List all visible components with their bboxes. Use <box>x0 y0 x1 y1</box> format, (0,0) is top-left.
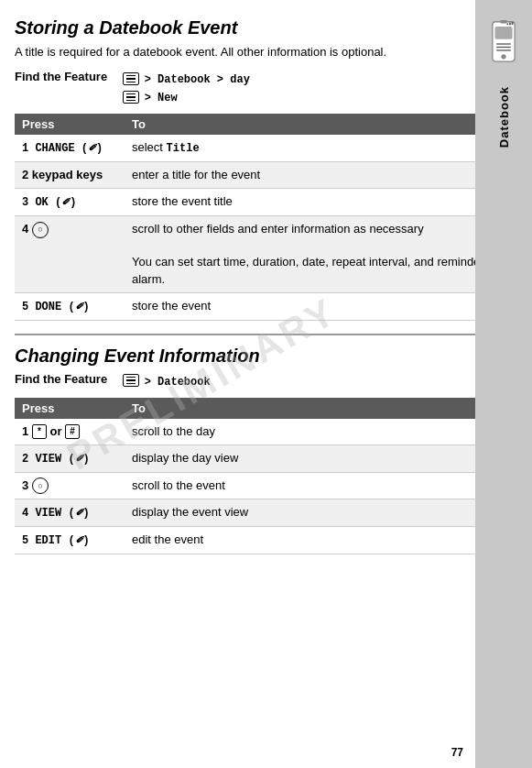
to-cell: scroll to other fields and enter informa… <box>125 215 517 292</box>
find-feature-path-2: > Datebook <box>123 372 211 390</box>
table-row: 3 ○ scroll to the event <box>15 472 517 499</box>
press-cell: 3 OK (✐) <box>15 189 125 216</box>
table2-header-press: Press <box>15 398 125 419</box>
menu-icon-2a <box>123 374 139 387</box>
to-cell: display the event view <box>125 499 517 527</box>
svg-rect-8 <box>509 23 511 26</box>
table-row: 4 VIEW (✐) display the event view <box>15 499 517 527</box>
section2-title: Changing Event Information <box>15 345 517 367</box>
asterisk-icon: * <box>32 424 47 439</box>
table1-header-press: Press <box>15 114 125 135</box>
menu-icon-1a <box>123 72 139 85</box>
section1-title: Storing a Datebook Event <box>15 16 517 38</box>
sidebar-label: Datebook <box>497 86 511 148</box>
table-row: 2 keypad keys enter a title for the even… <box>15 161 517 188</box>
to-cell: store the event title <box>125 189 517 216</box>
find-feature-path-1: > Datebook > day > New <box>123 70 250 106</box>
svg-rect-1 <box>494 27 512 39</box>
path-text-1b: > New <box>145 92 178 104</box>
table1-header-to: To <box>125 114 517 135</box>
to-cell: edit the event <box>125 526 517 554</box>
page-number: 77 <box>451 746 463 759</box>
table-row: 2 VIEW (✐) display the day view <box>15 444 517 472</box>
find-feature-label-2: Find the Feature <box>15 372 115 386</box>
press-cell: 1 CHANGE (✐) <box>15 135 125 161</box>
svg-rect-9 <box>512 22 514 25</box>
svg-point-5 <box>501 54 505 59</box>
to-cell: enter a title for the event <box>125 161 517 188</box>
press-cell: 5 EDIT (✐) <box>15 526 125 554</box>
table-row: 5 DONE (✐) store the event <box>15 292 517 320</box>
to-cell: select Title <box>125 135 517 161</box>
press-cell: 1 * or # <box>15 419 125 445</box>
sidebar: Datebook <box>475 0 532 768</box>
to-cell: display the day view <box>125 444 517 472</box>
table-row: 1 CHANGE (✐) select Title <box>15 135 517 161</box>
section-divider <box>15 334 517 335</box>
path-text-2a: > Datebook <box>145 376 211 389</box>
press-cell: 4 ○ <box>15 215 125 292</box>
pound-icon: # <box>65 424 80 439</box>
to-cell: store the event <box>125 292 517 320</box>
find-feature-1: Find the Feature > Datebook > day > New <box>15 70 517 106</box>
table2-header-to: To <box>125 398 517 419</box>
press-cell: 5 DONE (✐) <box>15 292 125 320</box>
table-row: 4 ○ scroll to other fields and enter inf… <box>15 215 517 292</box>
section1-intro: A title is required for a datebook event… <box>15 44 517 60</box>
menu-icon-1b <box>123 91 139 104</box>
phone-icon-container <box>481 16 527 71</box>
table-row: 5 EDIT (✐) edit the event <box>15 526 517 554</box>
phone-icon <box>483 20 524 68</box>
press-cell: 4 VIEW (✐) <box>15 499 125 527</box>
main-content: Storing a Datebook Event A title is requ… <box>0 0 532 768</box>
find-feature-label-1: Find the Feature <box>15 70 115 83</box>
svg-rect-7 <box>506 23 508 25</box>
svg-rect-6 <box>501 20 507 23</box>
press-cell: 3 ○ <box>15 472 125 499</box>
scroll-icon-2: ○ <box>32 477 49 494</box>
table-2: Press To 1 * or # scroll to the day 2 VI… <box>15 398 517 554</box>
table-row: 3 OK (✐) store the event title <box>15 189 517 216</box>
to-cell: scroll to the event <box>125 472 517 499</box>
find-feature-2: Find the Feature > Datebook <box>15 372 517 390</box>
page-container: PRELIMINARY Storing a Datebook Event A t… <box>0 0 532 768</box>
to-cell: scroll to the day <box>125 419 517 445</box>
scroll-icon-1: ○ <box>32 222 49 238</box>
table-1: Press To 1 CHANGE (✐) select Title 2 key… <box>15 114 517 320</box>
press-cell: 2 keypad keys <box>15 161 125 188</box>
press-cell: 2 VIEW (✐) <box>15 444 125 472</box>
path-text-1a: > Datebook > day <box>145 73 250 86</box>
table-row: 1 * or # scroll to the day <box>15 419 517 445</box>
